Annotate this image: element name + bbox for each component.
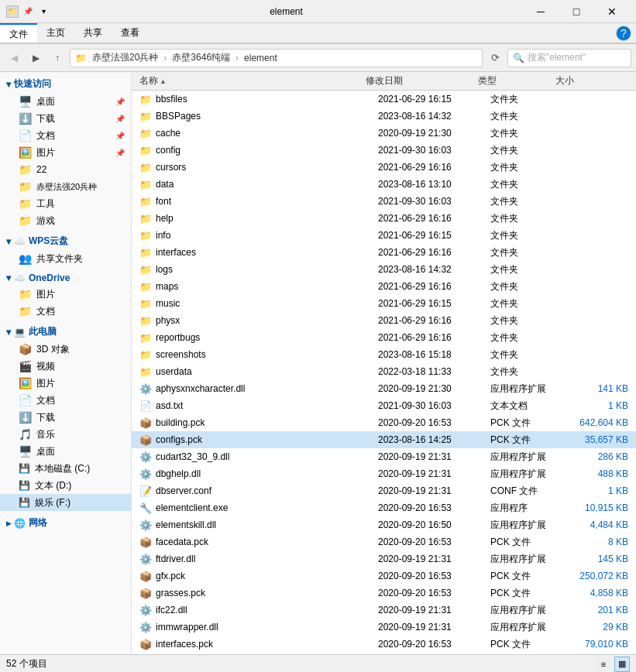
sidebar-item-3d[interactable]: 📦 3D 对象 xyxy=(0,341,131,358)
table-row[interactable]: 📦 gfx.pck 2020-09-20 16:53 PCK 文件 250,07… xyxy=(132,567,636,585)
path-part-1[interactable]: 赤壁法强20兵种 xyxy=(90,50,160,65)
table-row[interactable]: 📁 cache 2020-09-19 21:30 文件夹 xyxy=(132,125,636,142)
sidebar-item-pc-pictures[interactable]: 🖼️ 图片 xyxy=(0,375,131,392)
sidebar-item-video[interactable]: 🎬 视频 xyxy=(0,358,131,375)
table-row[interactable]: 📁 music 2021-06-29 16:15 文件夹 xyxy=(132,295,636,312)
sidebar-item-22[interactable]: 📁 22 xyxy=(0,161,131,178)
column-headers: 名称 ▲ 修改日期 类型 大小 xyxy=(132,72,636,91)
file-type-cell: 文件夹 xyxy=(486,195,563,208)
sidebar-item-od-pictures[interactable]: 📁 图片 xyxy=(0,286,131,303)
table-row[interactable]: 📁 info 2021-06-29 16:15 文件夹 xyxy=(132,227,636,244)
view-detail-button[interactable]: ▦ xyxy=(614,657,630,672)
file-date-cell: 2020-09-20 16:53 xyxy=(373,588,486,598)
tab-home[interactable]: 主页 xyxy=(37,23,74,43)
file-list[interactable]: 📁 bbsfiles 2021-06-29 16:15 文件夹 📁 BBSPag… xyxy=(132,91,636,654)
table-row[interactable]: 📄 asd.txt 2021-09-30 16:03 文本文档 1 KB xyxy=(132,397,636,414)
video-label: 视频 xyxy=(36,360,55,373)
table-row[interactable]: 📦 facedata.pck 2020-09-20 16:53 PCK 文件 8… xyxy=(132,533,636,550)
file-type-cell: 文件夹 xyxy=(486,246,563,259)
file-name-cell: 📦 facedata.pck xyxy=(135,537,373,548)
sidebar-item-documents[interactable]: 📄 文档 📌 xyxy=(0,127,131,144)
table-row[interactable]: 📁 bbsfiles 2021-06-29 16:15 文件夹 xyxy=(132,91,636,108)
file-type-cell: 文本文档 xyxy=(486,399,563,413)
table-row[interactable]: ⚙️ aphysxnxcharacter.dll 2020-09-19 21:3… xyxy=(132,380,636,397)
close-button[interactable]: ✕ xyxy=(594,0,630,23)
sidebar-item-drive-f[interactable]: 💾 娱乐 (F:) xyxy=(0,494,131,511)
table-row[interactable]: 📁 maps 2021-06-29 16:16 文件夹 xyxy=(132,278,636,295)
table-row[interactable]: 📦 ltmodels.pck 2020-09-20 16:53 PCK 文件 1… xyxy=(132,653,636,654)
sidebar-item-pictures[interactable]: 🖼️ 图片 📌 xyxy=(0,144,131,161)
sidebar-item-pc-downloads[interactable]: ⬇️ 下载 xyxy=(0,409,131,426)
sidebar-item-drive-c[interactable]: 💾 本地磁盘 (C:) xyxy=(0,460,131,477)
table-row[interactable]: 📁 reportbugs 2021-06-29 16:16 文件夹 xyxy=(132,329,636,346)
table-row[interactable]: ⚙️ dbghelp.dll 2020-09-19 21:31 应用程序扩展 4… xyxy=(132,465,636,482)
table-row[interactable]: 📁 help 2021-06-29 16:16 文件夹 xyxy=(132,210,636,227)
table-row[interactable]: 📁 userdata 2022-03-18 11:33 文件夹 xyxy=(132,363,636,380)
table-row[interactable]: 📁 cursors 2021-06-29 16:16 文件夹 xyxy=(132,159,636,176)
table-row[interactable]: 📦 interfaces.pck 2020-09-20 16:53 PCK 文件… xyxy=(132,636,636,653)
sidebar-group-thispc[interactable]: ▾ 💻 此电脑 xyxy=(0,323,131,341)
table-row[interactable]: 📦 building.pck 2020-09-20 16:53 PCK 文件 6… xyxy=(132,414,636,431)
forward-button[interactable]: ▶ xyxy=(26,49,45,67)
col-header-date[interactable]: 修改日期 xyxy=(361,73,473,89)
path-part-2[interactable]: 赤壁3646纯端 xyxy=(170,50,232,65)
table-row[interactable]: 📁 config 2021-09-30 16:03 文件夹 xyxy=(132,142,636,159)
sidebar-item-desktop[interactable]: 🖥️ 桌面 📌 xyxy=(0,93,131,110)
sidebar-item-od-documents[interactable]: 📁 文档 xyxy=(0,303,131,320)
table-row[interactable]: 📝 dbserver.conf 2020-09-19 21:31 CONF 文件… xyxy=(132,482,636,499)
sidebar-group-onedrive[interactable]: ▾ ☁️ OneDrive xyxy=(0,270,131,286)
table-row[interactable]: ⚙️ immwrapper.dll 2020-09-19 21:31 应用程序扩… xyxy=(132,619,636,636)
col-header-name[interactable]: 名称 ▲ xyxy=(135,73,361,89)
ribbon-help-button[interactable]: ? xyxy=(616,26,631,41)
file-name-text: help xyxy=(156,213,174,224)
wps-icon: ☁️ xyxy=(14,236,26,247)
table-row[interactable]: ⚙️ ifc22.dll 2020-09-19 21:31 应用程序扩展 201… xyxy=(132,602,636,619)
table-row[interactable]: 📁 interfaces 2021-06-29 16:16 文件夹 xyxy=(132,244,636,261)
table-row[interactable]: 📁 logs 2023-08-16 14:32 文件夹 xyxy=(132,261,636,278)
sidebar-item-downloads[interactable]: ⬇️ 下载 📌 xyxy=(0,110,131,127)
table-row[interactable]: 🔧 elementclient.exe 2020-09-20 16:53 应用程… xyxy=(132,499,636,516)
up-button[interactable]: ↑ xyxy=(48,49,67,67)
col-header-size[interactable]: 大小 xyxy=(551,73,621,89)
sidebar-group-wps[interactable]: ▾ ☁️ WPS云盘 xyxy=(0,232,131,250)
table-row[interactable]: 📁 screenshots 2023-08-16 15:18 文件夹 xyxy=(132,346,636,363)
search-box[interactable]: 🔍 搜索"element" xyxy=(507,49,631,67)
file-name-cell: ⚙️ cudart32_30_9.dll xyxy=(135,451,373,463)
col-header-type[interactable]: 类型 xyxy=(473,73,551,89)
tab-share[interactable]: 共享 xyxy=(74,23,112,43)
file-date-cell: 2021-06-29 16:15 xyxy=(373,94,486,105)
file-date-cell: 2021-09-30 16:03 xyxy=(373,400,486,411)
table-row[interactable]: ⚙️ cudart32_30_9.dll 2020-09-19 21:31 应用… xyxy=(132,448,636,465)
sidebar-group-quickaccess[interactable]: ▾ 快速访问 xyxy=(0,75,131,93)
sidebar-item-tools[interactable]: 📁 工具 xyxy=(0,195,131,212)
table-row[interactable]: ⚙️ ftdriver.dll 2020-09-19 21:31 应用程序扩展 … xyxy=(132,550,636,567)
sidebar-item-drive-d[interactable]: 💾 文本 (D:) xyxy=(0,477,131,494)
sidebar-item-shared[interactable]: 👥 共享文件夹 xyxy=(0,250,131,267)
tab-view[interactable]: 查看 xyxy=(112,23,149,43)
table-row[interactable]: 📁 font 2021-09-30 16:03 文件夹 xyxy=(132,193,636,210)
table-row[interactable]: 📦 configs.pck 2023-08-16 14:25 PCK 文件 35… xyxy=(132,431,636,448)
address-path[interactable]: 📁 赤壁法强20兵种 › 赤壁3646纯端 › element xyxy=(70,49,483,67)
file-size-cell: 29 KB xyxy=(563,622,633,633)
tab-file[interactable]: 文件 xyxy=(0,23,37,43)
table-row[interactable]: 📁 data 2023-08-16 13:10 文件夹 xyxy=(132,176,636,193)
table-row[interactable]: ⚙️ elementskill.dll 2020-09-20 16:50 应用程… xyxy=(132,516,636,533)
path-part-3[interactable]: element xyxy=(242,52,280,64)
back-button[interactable]: ◀ xyxy=(5,49,23,67)
file-name-cell: ⚙️ ifc22.dll xyxy=(135,605,373,616)
sidebar-item-cbfq[interactable]: 📁 赤壁法强20兵种 xyxy=(0,178,131,195)
refresh-button[interactable]: ⟳ xyxy=(486,49,504,67)
sidebar-item-pc-documents[interactable]: 📄 文档 xyxy=(0,392,131,409)
table-row[interactable]: 📁 physx 2021-06-29 16:16 文件夹 xyxy=(132,312,636,329)
sidebar-item-music[interactable]: 🎵 音乐 xyxy=(0,426,131,443)
sidebar-item-pc-desktop[interactable]: 🖥️ 桌面 xyxy=(0,443,131,460)
table-row[interactable]: 📁 BBSPages 2023-08-16 14:32 文件夹 xyxy=(132,108,636,125)
view-list-button[interactable]: ≡ xyxy=(596,657,611,672)
minimize-button[interactable]: ─ xyxy=(523,0,559,23)
sidebar-group-network[interactable]: ▸ 🌐 网络 xyxy=(0,514,131,532)
file-icon: 📦 xyxy=(139,434,152,446)
desktop-label: 桌面 xyxy=(36,95,55,108)
table-row[interactable]: 📦 grasses.pck 2020-09-20 16:53 PCK 文件 4,… xyxy=(132,585,636,602)
sidebar-item-games[interactable]: 📁 游戏 xyxy=(0,212,131,229)
maximize-button[interactable]: □ xyxy=(559,0,594,23)
